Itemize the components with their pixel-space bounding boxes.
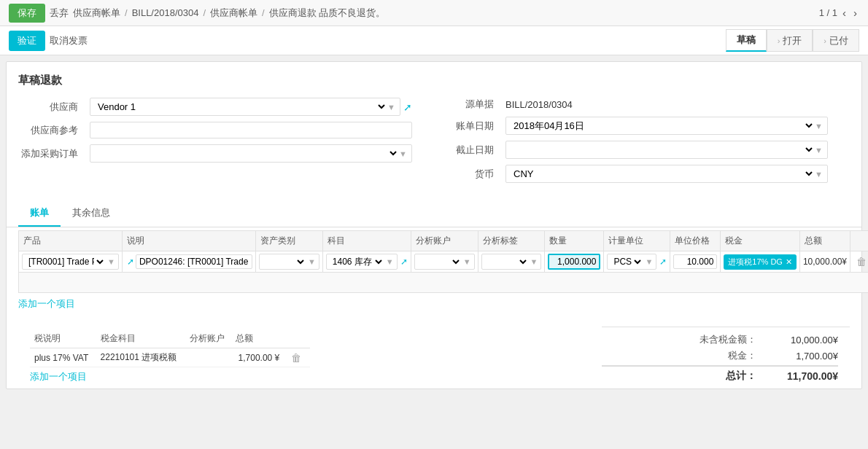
status-open-label: 打开 (783, 34, 802, 47)
form-row-add-po: 添加采购订单 ▼ (18, 144, 412, 163)
analytics-tag-select[interactable] (485, 256, 529, 268)
pager-prev[interactable]: ‹ (840, 7, 848, 19)
cell-uom: PCS ▼ ➚ (604, 251, 670, 273)
uom-arrow: ▼ (645, 257, 653, 266)
analytics-account-select[interactable] (418, 256, 462, 268)
breadcrumb-supplier-ledger2[interactable]: 供应商帐单 (210, 7, 257, 20)
total-value: 10,000.00¥ (803, 257, 847, 267)
form-title: 草稿退款 (18, 74, 850, 87)
status-tab-open[interactable]: › 打开 (767, 29, 813, 52)
qty-input[interactable] (548, 254, 600, 270)
account-date-select-wrapper[interactable]: 2018年04月16日 ▼ (505, 117, 828, 135)
table-header-row: 产品 说明 资产类别 科目 分析账户 分析标签 数量 计量单位 单位价格 税金 … (19, 231, 869, 251)
tax-add-item-link[interactable]: 添加一个项目 (30, 367, 590, 386)
tab-bill[interactable]: 账单 (18, 200, 61, 227)
status-draft-label: 草稿 (737, 34, 756, 47)
add-po-select[interactable] (95, 147, 399, 160)
unit-price-input[interactable] (673, 254, 717, 269)
col-product: 产品 (19, 231, 123, 251)
form-row-supplier-ref: 供应商参考 (18, 122, 412, 138)
account-arrow: ▼ (386, 257, 394, 266)
tax-col-account: 税金科目 (96, 329, 186, 348)
supplier-select[interactable]: Vendor 1 (95, 101, 387, 113)
asset-type-select-wrapper[interactable]: ▼ (259, 254, 319, 270)
row-delete-button[interactable]: 🗑 (853, 256, 868, 268)
pager-next[interactable]: › (851, 7, 859, 19)
tax-col-description: 税说明 (30, 329, 96, 348)
status-paid-label: 已付 (829, 34, 848, 47)
add-po-label: 添加采购订单 (18, 147, 84, 160)
analytics-account-select-wrapper[interactable]: ▼ (414, 254, 475, 270)
form-section: 草稿退款 供应商 Vendor 1 ▼ ➚ (7, 62, 861, 195)
col-description: 说明 (122, 231, 255, 251)
cancel-invoice-button[interactable]: 取消发票 (50, 31, 88, 51)
tab-other[interactable]: 其余信息 (61, 200, 122, 227)
description-input[interactable] (136, 254, 252, 269)
supplier-external-link-icon[interactable]: ➚ (403, 101, 412, 113)
breadcrumb-bill-id[interactable]: BILL/2018/0304 (132, 7, 199, 18)
analytics-tag-select-wrapper[interactable]: ▼ (481, 254, 542, 270)
account-select[interactable]: 1406 库存 (330, 256, 384, 268)
col-asset-type: 资产类别 (255, 231, 322, 251)
summary-untaxed-row: 未含税金额： 10,000.00¥ (602, 333, 838, 346)
discard-button[interactable]: 丢弃 (50, 7, 69, 20)
add-item-link[interactable]: 添加一个项目 (18, 293, 850, 315)
bottom-section: 税说明 税金科目 分析账户 总额 plus 17% VAT 22210101 进… (7, 324, 861, 389)
tax-row-delete-button[interactable]: 🗑 (288, 352, 304, 364)
uom-select-wrapper[interactable]: PCS ▼ (607, 254, 656, 270)
dropdown-arrow-supplier: ▼ (387, 103, 395, 112)
save-button[interactable]: 保存 (9, 4, 45, 23)
product-select[interactable]: [TR0001] Trade Produc (26, 256, 106, 268)
cell-unit-price (670, 251, 721, 273)
col-analytics-tag: 分析标签 (478, 231, 545, 251)
asset-type-select[interactable] (263, 256, 306, 268)
cell-description: ➚ (122, 251, 255, 273)
tax-badge-label: 进项税17% DG (728, 257, 783, 268)
description-link-icon[interactable]: ➚ (127, 257, 134, 267)
account-link-icon[interactable]: ➚ (400, 257, 408, 267)
breadcrumb-supplier-ledger[interactable]: 供应商帐单 (73, 7, 120, 20)
summary-untaxed-label: 未含税金额： (683, 333, 756, 346)
form-row-account-date: 账单日期 2018年04月16日 ▼ (434, 117, 828, 135)
dropdown-arrow-cutoff: ▼ (815, 146, 823, 155)
dropdown-arrow-currency: ▼ (815, 170, 823, 179)
empty-row (19, 273, 869, 293)
cutoff-date-select[interactable] (511, 144, 815, 156)
supplier-ref-field-wrapper (90, 122, 412, 138)
tax-col-analytics: 分析账户 (185, 329, 231, 348)
tax-badge-close[interactable]: ✕ (786, 257, 792, 267)
status-tab-paid[interactable]: › 已付 (813, 29, 859, 52)
add-po-select-wrapper[interactable]: ▼ (90, 144, 412, 163)
tax-row-description: plus 17% VAT (30, 348, 96, 367)
uom-link-icon[interactable]: ➚ (659, 257, 667, 267)
uom-select[interactable]: PCS (611, 256, 643, 268)
col-total: 总额 (799, 231, 850, 251)
breadcrumb-current: 供应商退款 品质不良退货。 (269, 7, 386, 20)
verify-button[interactable]: 验证 (9, 31, 45, 51)
status-tab-draft[interactable]: 草稿 (726, 29, 767, 52)
currency-select-wrapper[interactable]: CNY ▼ (505, 165, 828, 183)
cell-row-delete: 🗑 (850, 251, 868, 273)
main-content: 草稿退款 供应商 Vendor 1 ▼ ➚ (6, 61, 862, 389)
tax-table-header-row: 税说明 税金科目 分析账户 总额 (30, 329, 310, 348)
account-date-select[interactable]: 2018年04月16日 (511, 120, 815, 132)
breadcrumb-sep2: / (203, 7, 206, 18)
pager-text: 1 / 1 (819, 7, 837, 18)
form-col-left: 供应商 Vendor 1 ▼ ➚ 供应商参考 (18, 98, 434, 189)
account-select-wrapper[interactable]: 1406 库存 ▼ (326, 254, 398, 270)
source-value: BILL/2018/0304 (505, 99, 573, 110)
supplier-ref-input[interactable] (90, 122, 412, 138)
tax-row-amount: 1,700.00 ¥ (231, 348, 284, 367)
cutoff-date-select-wrapper[interactable]: ▼ (505, 141, 828, 159)
product-cell-select[interactable]: [TR0001] Trade Produc ▼ (22, 254, 119, 270)
supplier-select-wrapper[interactable]: Vendor 1 ▼ (90, 98, 400, 116)
asset-type-arrow: ▼ (308, 257, 316, 266)
summary-total-value: 11,700.00¥ (765, 370, 838, 382)
action-bar: 验证 取消发票 草稿 › 打开 › 已付 (0, 26, 868, 55)
cell-qty (545, 251, 604, 273)
tax-row-analytics (185, 348, 231, 367)
summary-tax-row: 税金： 1,700.00¥ (602, 349, 838, 362)
tax-table: 税说明 税金科目 分析账户 总额 plus 17% VAT 22210101 进… (30, 329, 310, 367)
currency-select[interactable]: CNY (511, 168, 815, 180)
product-dropdown-arrow: ▼ (107, 257, 115, 266)
